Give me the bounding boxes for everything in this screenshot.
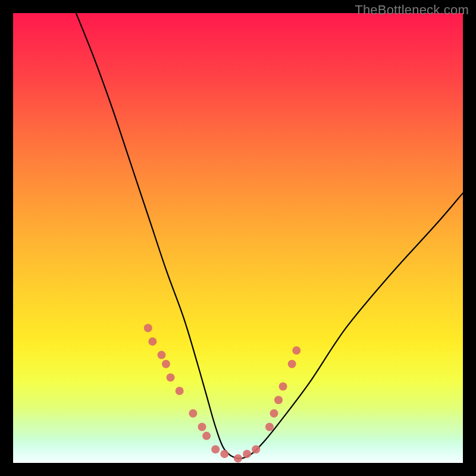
marker-dot bbox=[288, 360, 296, 368]
curve-line bbox=[76, 13, 463, 459]
marker-dot bbox=[158, 351, 166, 359]
marker-dot bbox=[220, 450, 228, 458]
marker-dot bbox=[148, 337, 156, 346]
marker-dot bbox=[198, 423, 206, 431]
marker-dot bbox=[144, 324, 152, 332]
marker-dot bbox=[279, 383, 287, 391]
marker-dot bbox=[202, 432, 211, 440]
plot-area bbox=[13, 13, 463, 463]
marker-dot bbox=[167, 373, 175, 381]
marker-dot bbox=[243, 450, 251, 458]
marker-dot bbox=[274, 396, 283, 404]
marker-dot bbox=[176, 387, 184, 395]
marker-dot bbox=[270, 409, 278, 418]
marker-dot bbox=[234, 454, 242, 462]
marker-dot bbox=[265, 423, 274, 431]
marker-dot bbox=[252, 445, 260, 453]
bottleneck-curve bbox=[76, 13, 463, 459]
chart-frame: TheBottleneck.com bbox=[0, 0, 476, 476]
marker-dot bbox=[162, 360, 170, 368]
marker-dot bbox=[292, 346, 300, 355]
watermark-text: TheBottleneck.com bbox=[355, 2, 469, 18]
chart-svg bbox=[13, 13, 463, 463]
marker-dot bbox=[189, 409, 197, 418]
highlighted-points bbox=[144, 324, 301, 462]
marker-dot bbox=[211, 445, 220, 453]
